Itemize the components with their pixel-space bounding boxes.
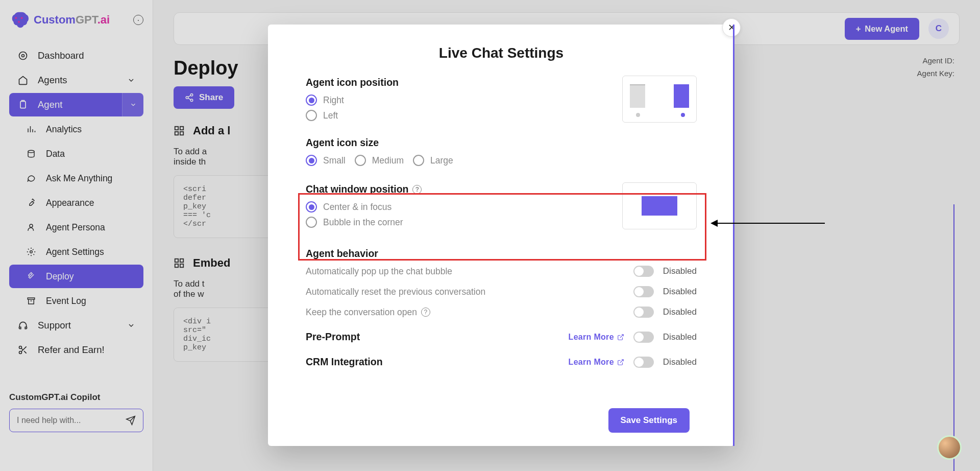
close-button[interactable]: ✕ [722, 18, 741, 37]
external-link-icon [617, 359, 624, 366]
radio-label: Right [323, 95, 344, 106]
behavior-auto-reset-label: Automatically reset the previous convers… [306, 287, 485, 297]
position-preview [622, 76, 697, 123]
setting-label: Agent icon size [306, 137, 697, 149]
annotation-arrow [712, 223, 825, 224]
toggle-state: Disabled [663, 307, 697, 317]
help-icon[interactable]: ? [412, 185, 422, 194]
radio-label: Small [323, 155, 346, 166]
setting-label: Pre-Prompt [306, 331, 360, 343]
save-settings-button[interactable]: Save Settings [608, 408, 690, 433]
setting-behavior: Agent behavior Automatically pop up the … [306, 248, 697, 318]
radio-large[interactable]: Large [413, 155, 453, 166]
setting-label: Agent behavior [306, 248, 697, 260]
setting-chat-window-position: Chat window position ? Center & in focus… [306, 183, 697, 234]
radio-label: Bubble in the corner [323, 217, 403, 228]
toggle-auto-popup[interactable] [633, 266, 654, 277]
radio-label: Large [430, 155, 453, 166]
setting-icon-size: Agent icon size Small Medium Large [306, 137, 697, 170]
toggle-pre-prompt[interactable] [633, 332, 654, 343]
close-icon: ✕ [728, 22, 736, 33]
external-link-icon [617, 334, 624, 341]
radio-medium[interactable]: Medium [355, 155, 404, 166]
live-chat-settings-modal: ✕ Live Chat Settings Agent icon position… [268, 25, 734, 446]
toggle-state: Disabled [663, 357, 697, 367]
help-icon[interactable]: ? [421, 308, 430, 317]
setting-icon-position: Agent icon position Right Left [306, 77, 697, 124]
learn-more-link[interactable]: Learn More [569, 333, 624, 342]
behavior-auto-popup-label: Automatically pop up the chat bubble [306, 266, 452, 277]
window-preview [622, 182, 697, 229]
radio-label: Medium [372, 155, 404, 166]
setting-label: CRM Integration [306, 356, 383, 368]
modal-title: Live Chat Settings [306, 45, 697, 61]
behavior-keep-open-label: Keep the conversation open ? [306, 307, 430, 318]
toggle-auto-reset[interactable] [633, 286, 654, 297]
toggle-state: Disabled [663, 266, 697, 276]
radio-label: Center & in focus [323, 202, 391, 213]
setting-crm: CRM Integration Learn More Disabled [306, 356, 697, 368]
toggle-crm[interactable] [633, 357, 654, 368]
toggle-state: Disabled [663, 332, 697, 342]
toggle-state: Disabled [663, 287, 697, 297]
chat-launcher-avatar[interactable] [937, 435, 962, 460]
learn-more-link[interactable]: Learn More [569, 358, 624, 367]
radio-small[interactable]: Small [306, 155, 346, 166]
setting-pre-prompt: Pre-Prompt Learn More Disabled [306, 331, 697, 343]
toggle-keep-open[interactable] [633, 307, 654, 318]
radio-label: Left [323, 110, 338, 121]
